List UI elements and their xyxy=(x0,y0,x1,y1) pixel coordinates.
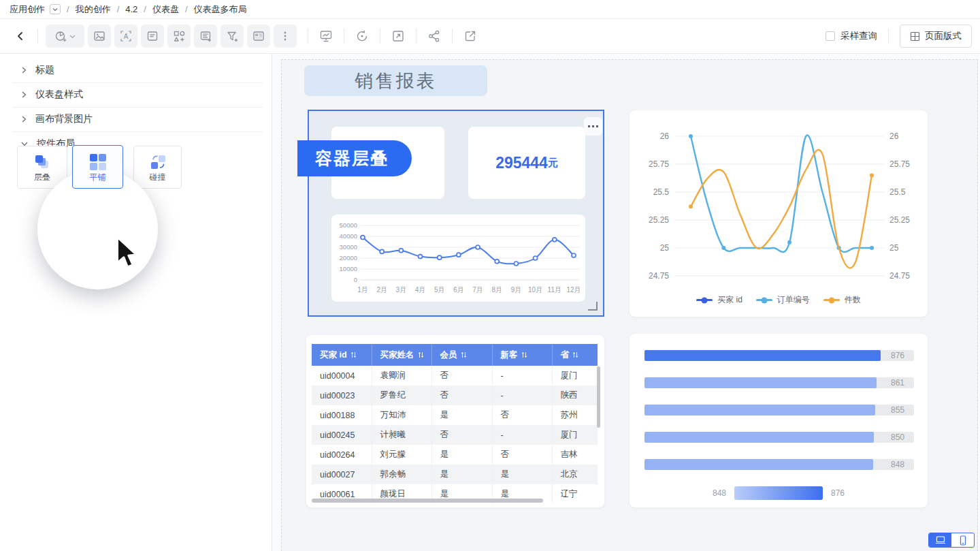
table-row[interactable]: uid00188万知沛是否苏州 xyxy=(312,405,598,425)
bar-chart-card[interactable]: 876861855850848 848 876 xyxy=(630,334,928,507)
add-control-button[interactable] xyxy=(194,25,217,48)
column-header[interactable]: 买家 id xyxy=(312,344,372,366)
column-header[interactable]: 新客 xyxy=(492,344,552,366)
settings-sidebar: 标题 仪表盘样式 画布背景图片 控件布局 层叠 xyxy=(0,54,272,551)
list-add-icon xyxy=(199,30,212,43)
kpi-card[interactable]: 295444 元 xyxy=(468,127,585,199)
breadcrumb-item-dashboard[interactable]: 仪表盘 xyxy=(152,3,179,16)
section-label: 画布背景图片 xyxy=(35,113,93,125)
table-cell: 是 xyxy=(431,465,492,484)
share-button[interactable] xyxy=(424,26,444,46)
table-cell: 苏州 xyxy=(552,405,598,425)
sort-icon xyxy=(461,351,467,358)
export-button[interactable] xyxy=(460,26,480,46)
table-cell: 罗鲁纪 xyxy=(372,385,431,405)
dashboard-canvas[interactable]: 销售报表 295444 元 容器层叠 010000200003000040000… xyxy=(272,54,980,551)
layout-option-tile[interactable]: 平铺 xyxy=(72,145,123,189)
container-icon xyxy=(252,30,265,42)
refresh-icon xyxy=(355,29,369,43)
table-row[interactable]: uid00245计昶曦否-厦门 xyxy=(312,425,598,445)
bar-row[interactable]: 855 xyxy=(644,405,914,415)
horizontal-scrollbar[interactable] xyxy=(312,499,543,503)
table-cell: 否 xyxy=(431,385,492,405)
add-container-button[interactable] xyxy=(247,25,270,48)
add-shape-button[interactable] xyxy=(167,25,191,48)
table-cell: 厦门 xyxy=(552,366,598,385)
svg-text:25.5: 25.5 xyxy=(653,187,670,197)
buyers-table-card[interactable]: 买家 id买家姓名会员新客省 uid00004袁卿润否-厦门uid00023罗鲁… xyxy=(306,335,604,507)
bar-row[interactable]: 876 xyxy=(644,350,914,361)
selected-container-widget[interactable]: 295444 元 容器层叠 01000020000300004000050000… xyxy=(308,110,604,317)
desktop-view-button[interactable] xyxy=(929,533,951,547)
present-button[interactable] xyxy=(316,26,336,46)
vertical-scrollbar[interactable] xyxy=(597,366,600,428)
more-tools-button[interactable] xyxy=(274,25,297,48)
section-title[interactable]: 标题 xyxy=(0,58,272,82)
container-menu-button[interactable] xyxy=(584,117,602,136)
section-dashboard-style[interactable]: 仪表盘样式 xyxy=(0,82,272,107)
table-row[interactable]: uid00023罗鲁纪否-陕西 xyxy=(312,385,598,405)
bar-row[interactable]: 848 xyxy=(644,459,914,470)
breadcrumb-item-my-creations[interactable]: 我的创作 xyxy=(76,3,111,16)
add-text-button[interactable]: A xyxy=(114,25,137,48)
add-card-button[interactable] xyxy=(141,25,164,48)
resize-handle[interactable] xyxy=(588,302,598,311)
add-filter-button[interactable] xyxy=(220,25,244,48)
bar xyxy=(644,459,873,470)
column-header[interactable]: 会员 xyxy=(431,344,492,366)
breadcrumb-separator: / xyxy=(67,4,69,14)
mobile-view-button[interactable] xyxy=(951,533,974,547)
breadcrumb-separator: / xyxy=(144,4,146,14)
sampling-label: 采样查询 xyxy=(840,30,877,42)
table-row[interactable]: uid00027郭余畅是是北京 xyxy=(312,465,598,484)
bar-color-scale: 848 876 xyxy=(630,486,928,500)
container-line-chart-card[interactable]: 010000200003000040000500001月2月3月4月5月6月7月… xyxy=(331,215,585,302)
legend-item[interactable]: 买家 id xyxy=(696,294,742,306)
legend-item[interactable]: 件数 xyxy=(823,294,861,306)
svg-text:11月: 11月 xyxy=(548,286,561,294)
svg-text:24.75: 24.75 xyxy=(889,271,910,281)
chart-legend: 买家 id订单编号件数 xyxy=(630,294,928,306)
svg-text:25.5: 25.5 xyxy=(889,187,906,197)
chevron-down-icon xyxy=(69,34,76,39)
layout-option-collision[interactable]: 碰撞 xyxy=(133,146,182,189)
page-layout-button[interactable]: 页面版式 xyxy=(900,25,972,48)
table-cell: uid00027 xyxy=(312,465,372,484)
toolbar: A xyxy=(0,19,980,54)
toolbar-divider xyxy=(416,29,416,44)
breadcrumb-item-version[interactable]: 4.2 xyxy=(125,4,137,14)
sort-icon xyxy=(350,351,357,358)
bar-row[interactable]: 861 xyxy=(644,377,914,388)
bar xyxy=(644,377,877,388)
section-label: 仪表盘样式 xyxy=(35,89,83,101)
dual-axis-chart-card[interactable]: 262625.7525.7525.525.525.2525.25252524.7… xyxy=(630,110,928,317)
dashboard-title-widget[interactable]: 销售报表 xyxy=(304,65,487,96)
breadcrumb-item-current[interactable]: 仪表盘多布局 xyxy=(194,3,247,16)
chevron-right-icon xyxy=(20,91,27,99)
add-chart-button[interactable] xyxy=(46,25,84,48)
column-header[interactable]: 买家姓名 xyxy=(372,344,431,366)
table-body: uid00004袁卿润否-厦门uid00023罗鲁纪否-陕西uid00188万知… xyxy=(312,366,598,504)
fullscreen-button[interactable] xyxy=(388,26,408,46)
breadcrumb-item-app[interactable]: 应用创作 xyxy=(10,3,45,16)
back-button[interactable] xyxy=(11,27,30,46)
svg-text:2月: 2月 xyxy=(376,286,387,294)
more-dots-icon xyxy=(279,30,291,42)
legend-item[interactable]: 订单编号 xyxy=(756,294,810,306)
table-row[interactable]: uid00004袁卿润否-厦门 xyxy=(312,366,598,385)
bar-value-label: 850 xyxy=(891,432,904,443)
table-cell: uid00264 xyxy=(312,445,372,465)
section-canvas-background[interactable]: 画布背景图片 xyxy=(0,107,272,131)
mouse-cursor xyxy=(111,236,141,271)
chevron-right-icon xyxy=(20,66,27,74)
table-cell: uid00004 xyxy=(312,366,372,385)
refresh-button[interactable] xyxy=(352,26,372,46)
column-header[interactable]: 省 xyxy=(552,344,598,366)
breadcrumb-dropdown[interactable] xyxy=(50,4,61,14)
svg-text:8月: 8月 xyxy=(491,286,502,294)
sampling-checkbox[interactable] xyxy=(826,31,835,41)
add-image-button[interactable] xyxy=(88,25,111,48)
buyers-table: 买家 id买家姓名会员新客省 uid00004袁卿润否-厦门uid00023罗鲁… xyxy=(312,344,598,504)
bar-row[interactable]: 850 xyxy=(644,432,914,443)
table-row[interactable]: uid00264刘元朦是否吉林 xyxy=(312,445,598,465)
